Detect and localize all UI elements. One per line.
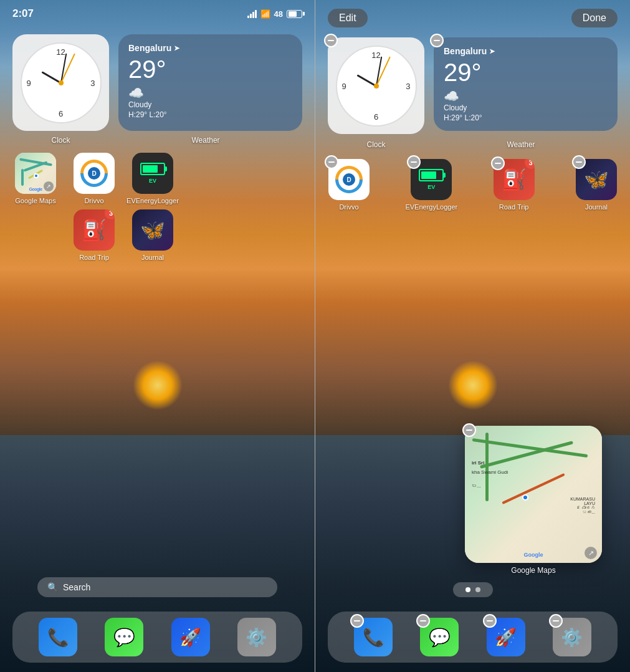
page-dot-1 — [465, 587, 470, 592]
clock-face-right: 12 3 6 9 — [336, 46, 417, 127]
dock-messages[interactable]: 💬 — [105, 618, 143, 656]
dock-right: 📞 💬 🚀 ⚙️ — [328, 612, 618, 663]
dock-settings-minus[interactable] — [549, 614, 563, 628]
app-drivvo[interactable]: D Drivvo — [71, 153, 117, 204]
weather-temp-right: 29° — [444, 59, 608, 86]
signal-icon — [247, 10, 257, 18]
ev-label-edit: EVEnergyLogger — [405, 203, 457, 211]
app-drivvo-edit[interactable]: D Drivvo — [328, 159, 370, 211]
clock-num-3: 3 — [90, 78, 95, 87]
journal-minus-button[interactable] — [572, 155, 586, 169]
done-button[interactable]: Done — [571, 9, 618, 27]
roadtrip-label-edit: Road Trip — [499, 203, 529, 211]
page-dots — [453, 582, 493, 597]
maps-minus-button[interactable] — [462, 423, 476, 437]
apps-row-1: Google ↗ Google Maps D — [12, 153, 302, 204]
widget-labels-right: Clock Weather — [328, 140, 618, 149]
app-google-maps[interactable]: Google ↗ Google Maps — [12, 153, 59, 204]
weather-hi-lo: H:29° L:20° — [128, 110, 292, 119]
maps-widget-large[interactable]: iri Sri kha Swami Gudi ಬ... KUMARASULAYU… — [465, 426, 602, 563]
wifi-icon: 📶 — [260, 9, 270, 19]
drivvo-minus-button[interactable] — [325, 155, 338, 169]
drivvo-label-edit: Drivvo — [339, 203, 358, 211]
apps-edit-grid: D Drivvo EV — [328, 159, 618, 216]
weather-widget-label: Weather — [109, 136, 302, 145]
widgets-row-right: 12 3 6 9 Bengaluru ➤ 29° — [328, 37, 618, 134]
journal-icon: 🦋 — [132, 209, 173, 251]
apps-row-2: ⛽ 3 Road Trip 🦋 Journal — [12, 209, 302, 261]
clock-num-9: 9 — [27, 78, 31, 87]
cloud-icon: ☁️ — [128, 85, 144, 100]
weather-minus-button[interactable] — [430, 34, 444, 47]
clock-center — [59, 80, 64, 85]
apps-grid: Google ↗ Google Maps D — [12, 153, 302, 266]
weather-city-right: Bengaluru ➤ — [444, 46, 608, 56]
status-icons: 📶 48 — [247, 9, 302, 19]
weather-widget-right[interactable]: Bengaluru ➤ 29° ☁️ Cloudy H:29° L:20° — [434, 37, 618, 131]
clock-widget-label: Clock — [12, 136, 109, 145]
search-bar[interactable]: 🔍 Search — [37, 577, 277, 597]
maps-label: Google Maps — [15, 197, 55, 204]
clock-center-r — [374, 84, 379, 89]
weather-condition-right: Cloudy — [444, 103, 608, 112]
status-time: 2:07 — [12, 7, 34, 20]
app-roadtrip[interactable]: ⛽ 3 Road Trip — [71, 209, 117, 261]
roadtrip-icon: ⛽ 3 — [74, 209, 115, 251]
location-icon: ➤ — [174, 44, 179, 52]
clock-widget[interactable]: 12 3 6 9 — [12, 34, 109, 131]
weather-icon-row: ☁️ — [128, 85, 292, 100]
weather-temp: 29° — [128, 55, 292, 83]
app-journal[interactable]: 🦋 Journal — [130, 209, 176, 261]
clock-num-9-r: 9 — [342, 81, 346, 90]
clock-face: 12 3 6 9 — [21, 42, 102, 123]
clock-widget-label-right: Clock — [328, 140, 424, 149]
weather-widget[interactable]: Bengaluru ➤ 29° ☁️ Cloudy H:29° L:20° — [118, 34, 302, 131]
journal-label-edit: Journal — [585, 203, 608, 211]
weather-city: Bengaluru ➤ — [128, 43, 292, 53]
battery-icon — [287, 10, 302, 18]
app-ev[interactable]: EV EVEnergyLogger — [130, 153, 176, 204]
clock-widget-right[interactable]: 12 3 6 9 — [328, 37, 424, 134]
dock-rocket[interactable]: 🚀 — [171, 618, 210, 656]
drivvo-label: Drivvo — [84, 197, 103, 204]
left-screen: 2:07 📶 48 12 3 6 9 — [0, 0, 315, 672]
app-ev-edit[interactable]: EV EVEnergyLogger — [410, 159, 452, 211]
dock-rocket-container: 🚀 — [487, 618, 525, 656]
status-bar: 2:07 📶 48 — [0, 0, 315, 27]
weather-widget-container: Bengaluru ➤ 29° ☁️ Cloudy H:29° L:20° — [434, 37, 618, 134]
app-journal-edit[interactable]: 🦋 Journal — [575, 159, 618, 211]
dock-phone-minus[interactable] — [350, 614, 364, 628]
weather-widget-label-right: Weather — [424, 140, 618, 149]
maps-icon: Google ↗ — [15, 153, 56, 194]
app-roadtrip-edit[interactable]: ⛽ 3 Road Trip — [493, 159, 535, 211]
dock-rocket-minus[interactable] — [483, 614, 497, 628]
weather-condition: Cloudy — [128, 100, 292, 109]
clock-num-3-r: 3 — [406, 81, 410, 90]
clock-num-12-r: 12 — [371, 50, 380, 60]
drivvo-icon: D — [74, 153, 115, 194]
edit-button[interactable]: Edit — [328, 9, 368, 27]
ev-label: EVEnergyLogger — [126, 197, 179, 204]
clock-minus-button[interactable] — [324, 34, 338, 47]
dock-settings-container: ⚙️ — [553, 618, 591, 656]
widget-labels: Clock Weather — [12, 136, 302, 145]
weather-hi-lo-right: H:29° L:20° — [444, 113, 608, 122]
sun-glow-right — [448, 360, 498, 410]
dock: 📞 💬 🚀 ⚙️ — [12, 612, 302, 663]
maps-widget-edit-container: iri Sri kha Swami Gudi ಬ... KUMARASULAYU… — [465, 426, 624, 575]
clock-num-6-r: 6 — [374, 112, 378, 122]
apps-edit-row-1: D Drivvo EV — [328, 159, 618, 211]
right-screen: Edit Done 12 3 6 9 — [315, 0, 630, 672]
sun-glow — [133, 360, 183, 410]
dock-settings[interactable]: ⚙️ — [237, 618, 276, 656]
dock-phone[interactable]: 📞 — [39, 618, 77, 656]
search-icon: 🔍 — [47, 582, 58, 592]
page-dot-2 — [475, 587, 480, 592]
cloud-icon-right: ☁️ — [444, 89, 459, 103]
roadtrip-minus-button[interactable] — [491, 156, 505, 170]
clock-widget-container: 12 3 6 9 — [328, 37, 424, 134]
journal-label: Journal — [141, 254, 164, 261]
battery-pct-text: 48 — [274, 9, 283, 19]
clock-num-12: 12 — [56, 47, 65, 57]
clock-num-6: 6 — [59, 109, 63, 118]
